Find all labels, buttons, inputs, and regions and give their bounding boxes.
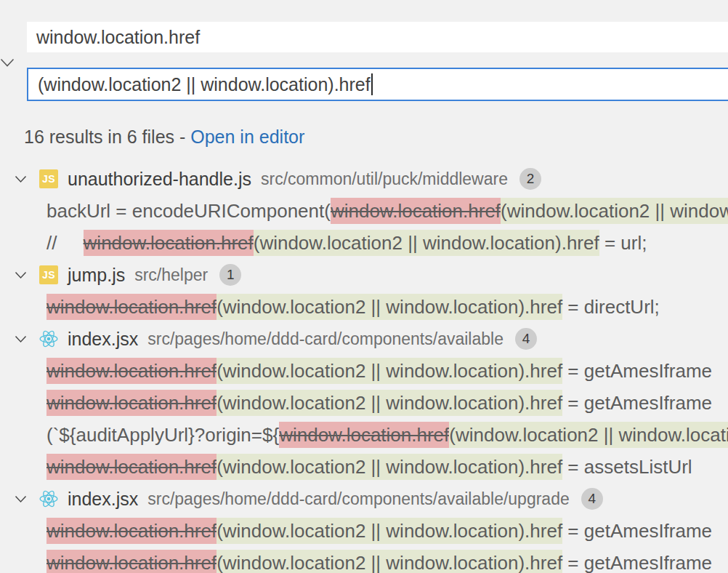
added-text-segment: (window.location2 || window.location).hr…: [217, 454, 562, 480]
removed-text-segment: window.location.href: [46, 358, 217, 384]
file-name: index.jsx: [68, 489, 138, 510]
removed-text-segment: window.location.href: [279, 422, 449, 448]
search-input[interactable]: window.location.href: [27, 22, 728, 52]
react-file-icon: [39, 329, 58, 348]
removed-text-segment: window.location.href: [84, 230, 254, 256]
added-text-segment: (window.location2 || window.location).hr…: [217, 518, 562, 544]
match-row[interactable]: window.location.href(window.location2 ||…: [0, 547, 728, 573]
javascript-file-icon: JS: [39, 265, 58, 284]
search-input-value: window.location.href: [36, 27, 200, 48]
plain-text-segment: = getAmesIframe: [562, 358, 712, 384]
file-path: src/common/util/puck/middleware: [261, 169, 508, 189]
file-name: jump.js: [68, 265, 125, 286]
match-row[interactable]: (`${auditApplyUrl}?origin=${window.locat…: [0, 419, 728, 451]
removed-text-segment: window.location.href: [46, 550, 217, 573]
plain-text-segment: = getAmesIframe: [562, 550, 712, 573]
replace-input-value: (window.location2 || window.location).hr…: [38, 74, 371, 95]
match-row[interactable]: window.location.href(window.location2 ||…: [0, 451, 728, 483]
chevron-down-icon: [15, 495, 27, 503]
removed-text-segment: window.location.href: [46, 454, 217, 480]
removed-text-segment: window.location.href: [46, 518, 217, 544]
match-count-badge: 1: [219, 264, 241, 286]
plain-text-segment: = assetsListUrl: [562, 454, 692, 480]
chevron-down-icon: [15, 271, 27, 279]
added-text-segment: (window.location2 || window.location).hr…: [217, 390, 562, 416]
added-text-segment: (window.location2 || window.location).hr…: [449, 422, 728, 448]
open-in-editor-link[interactable]: Open in editor: [190, 127, 304, 148]
react-file-icon: [39, 489, 58, 508]
match-count-badge: 4: [515, 328, 537, 350]
chevron-down-icon: [0, 58, 15, 68]
chevron-down-icon: [15, 335, 27, 343]
plain-text-segment: //: [46, 230, 84, 256]
file-header-row[interactable]: index.jsxsrc/pages/home/ddd-card/compone…: [0, 483, 728, 515]
file-name: index.jsx: [68, 329, 138, 350]
added-text-segment: (window.location2 || window.location).hr…: [501, 198, 728, 224]
added-text-segment: (window.location2 || window.location).hr…: [217, 358, 562, 384]
added-text-segment: (window.location2 || window.location).hr…: [217, 550, 562, 573]
match-row[interactable]: window.location.href(window.location2 ||…: [0, 355, 728, 387]
chevron-down-icon: [15, 175, 27, 183]
removed-text-segment: window.location.href: [46, 294, 217, 320]
match-row[interactable]: // window.location.href(window.location2…: [0, 227, 728, 259]
search-results-tree: JSunauthorized-handle.jssrc/common/util/…: [0, 163, 728, 573]
file-path: src/pages/home/ddd-card/components/avail…: [147, 489, 569, 509]
plain-text-segment: = getAmesIframe: [562, 518, 712, 544]
file-path: src/helper: [134, 265, 208, 285]
plain-text-segment: = directUrl;: [562, 294, 660, 320]
removed-text-segment: window.location.href: [46, 390, 217, 416]
match-count-badge: 4: [581, 488, 603, 510]
javascript-file-icon: JS: [39, 169, 58, 188]
plain-text-segment: = url;: [599, 230, 647, 256]
removed-text-segment: window.location.href: [331, 198, 501, 224]
results-summary: 16 results in 6 files - Open in editor: [24, 126, 304, 148]
match-row[interactable]: window.location.href(window.location2 ||…: [0, 291, 728, 323]
added-text-segment: (window.location2 || window.location).hr…: [254, 230, 599, 256]
file-header-row[interactable]: JSunauthorized-handle.jssrc/common/util/…: [0, 163, 728, 195]
file-path: src/pages/home/ddd-card/components/avail…: [147, 329, 503, 349]
plain-text-segment: backUrl = encodeURIComponent(: [46, 198, 331, 224]
replace-input[interactable]: (window.location2 || window.location).hr…: [27, 68, 728, 101]
results-count-text: 16 results in 6 files: [24, 127, 174, 148]
file-name: unauthorized-handle.js: [68, 169, 251, 190]
summary-separator: -: [174, 127, 190, 148]
plain-text-segment: (`${auditApplyUrl}?origin=${: [46, 422, 279, 448]
toggle-replace-button[interactable]: [0, 54, 16, 71]
search-replace-panel: window.location.href (window.location2 |…: [0, 0, 728, 573]
match-row[interactable]: window.location.href(window.location2 ||…: [0, 387, 728, 419]
file-header-row[interactable]: index.jsxsrc/pages/home/ddd-card/compone…: [0, 323, 728, 355]
match-row[interactable]: window.location.href(window.location2 ||…: [0, 515, 728, 547]
match-row[interactable]: backUrl = encodeURIComponent(window.loca…: [0, 195, 728, 227]
file-header-row[interactable]: JSjump.jssrc/helper1: [0, 259, 728, 291]
added-text-segment: (window.location2 || window.location).hr…: [217, 294, 562, 320]
plain-text-segment: = getAmesIframe: [562, 390, 712, 416]
match-count-badge: 2: [519, 168, 541, 190]
text-cursor: [371, 73, 373, 95]
